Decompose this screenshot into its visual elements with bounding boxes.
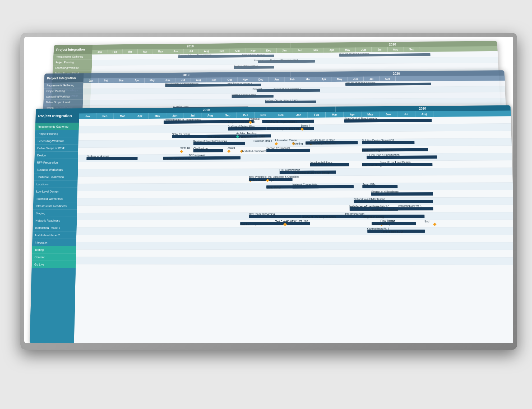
mf-nov: Nov	[254, 112, 272, 118]
mf-mar: Mar	[114, 113, 131, 119]
sf-sw: Scheduling/Workflow	[35, 137, 78, 144]
lbl-raci: Review of Project Plan & RACI	[266, 128, 302, 131]
sf-con: Content	[32, 253, 76, 261]
lbl-int-cfg: Integration Config	[363, 215, 384, 218]
m-apr: Apr	[129, 78, 144, 83]
m-jul: Jul	[175, 78, 191, 83]
lbl-tick: Ticketing	[292, 142, 303, 145]
fr-row-ip2: Content from BU 1 Content from BU 2	[76, 227, 513, 235]
lbl-con-bu2: Content from BU 2	[380, 230, 403, 233]
b1-lbl1: Documentation of Requirements	[165, 82, 198, 85]
si-sw-1: Scheduling/Workflow	[43, 94, 83, 100]
month-jun: Jun	[168, 49, 183, 54]
lbl-write-rfp: Write RFP	[180, 146, 192, 149]
month-jun2: Jun	[355, 47, 372, 52]
si-ds-1: Define Scope of Work	[43, 99, 83, 105]
m-dec: Dec	[253, 77, 269, 82]
sidebar-header-back1: Project Integration	[44, 73, 84, 83]
si-pp-1: Project Planning	[44, 88, 83, 94]
sf-gl: Go-Live	[31, 261, 76, 268]
mf-jun: Jun	[166, 113, 184, 119]
month-mar2: Mar	[308, 48, 324, 53]
lbl-end: End	[424, 220, 429, 223]
month-jul2: Jul	[372, 47, 388, 52]
sidebar-title-front: Project Integration	[38, 113, 72, 118]
sf-int: Integration	[32, 239, 76, 246]
mf-sep: Sep	[219, 112, 237, 118]
lbl-int-build: Integration Build	[345, 213, 364, 216]
lbl-final-plan: 1. Final Plan & Specification	[366, 154, 399, 156]
lbl-flq: Final Locations & Quantities	[266, 175, 299, 178]
sf-ip2: Installation Phase 2	[32, 231, 76, 239]
month-may2: May	[340, 47, 356, 52]
bar-hwb	[398, 207, 433, 210]
sf-ds: Define Scope of Work	[35, 144, 78, 152]
month-mar: Mar	[122, 49, 138, 54]
m-aug2: Aug	[380, 76, 396, 81]
month-aug: Aug	[199, 49, 214, 54]
gantt-card-front: Project Integration Requirements Gatheri…	[30, 105, 513, 343]
mf-jan2: Jan	[290, 112, 308, 118]
mf-jul: Jul	[184, 113, 201, 118]
label-review2: Review of Requirements II	[270, 59, 298, 62]
label-doc-req: Documentation of Requirements	[178, 54, 211, 57]
mf-may2: May	[361, 111, 379, 117]
m-may2: May	[332, 77, 348, 82]
lbl-award: Award	[228, 146, 235, 149]
lbl-sot: Sign-Off of Test Plan	[284, 219, 308, 222]
fr-row-ir: Network availability testing	[77, 197, 513, 206]
bar-tes	[249, 222, 279, 225]
sf-st: Staging	[33, 209, 77, 217]
m-sep: Sep	[206, 77, 222, 82]
sidebar-header-front: Project Integration	[35, 108, 79, 123]
month-jan: Jan	[92, 50, 107, 55]
mf-may: May	[149, 113, 166, 119]
sidebar-front: Project Integration Requirements Gatheri…	[30, 108, 79, 343]
lbl-lld-signoff: Sign-off Low Level Design	[380, 161, 410, 164]
sf-loc: Locations	[34, 180, 77, 188]
label-signoff: Sign-Off of all Requirements	[339, 53, 369, 55]
mf-feb: Feb	[96, 113, 114, 119]
lbl-loc-def: Location definitions	[310, 161, 332, 164]
lbl-demo2: Demo II	[301, 124, 310, 127]
sidebar-item-pp: Project Planning	[53, 59, 92, 65]
month-sep2: Sep	[404, 47, 420, 52]
milestone-award	[227, 150, 230, 153]
gantt-body-front: Documentation of Requirements Requiremen…	[74, 116, 513, 343]
sf-ir: Infrastructure Readiness	[33, 202, 77, 210]
m-nov: Nov	[237, 77, 253, 82]
lbl-hwb: Installation of HW B	[398, 204, 421, 207]
label-req-rev: Requirements Review I	[242, 53, 266, 56]
month-dec: Dec	[261, 48, 276, 53]
m-apr2: Apr	[316, 77, 332, 82]
milestone-end	[433, 223, 436, 226]
mf-aug: Aug	[201, 113, 219, 118]
m-jul2: Jul	[363, 76, 380, 81]
lbl-stg-hw: Staging of all hardware	[371, 190, 398, 193]
fr-row-ip1: BBM Flow Testing Solution Testing Test C…	[76, 220, 513, 227]
device-frame: Project Integration Requirements Gatheri…	[20, 33, 517, 350]
lbl-strat-ws: Strategy workshops	[86, 155, 109, 158]
fr-row-test	[76, 242, 513, 250]
lbl-team: Team Setup	[206, 135, 220, 138]
month-nov: Nov	[245, 48, 261, 53]
lbl-sec12: Section 12 Proposal	[266, 147, 290, 150]
label-proposal: Proposal	[254, 59, 263, 62]
month-sep: Sep	[214, 49, 230, 54]
sf-bw: Business Workshops	[34, 166, 78, 173]
mf-jul2: Jul	[397, 111, 415, 117]
fr-row-tw: Staging of all hardware	[77, 190, 513, 198]
month-apr2: Apr	[324, 48, 340, 53]
mf-feb2: Feb	[308, 112, 326, 118]
fr-row-con	[76, 250, 513, 258]
m-jan: Jan	[83, 78, 99, 83]
m-feb: Feb	[99, 78, 114, 83]
si-rg-1: Requirements Gathering	[44, 82, 83, 88]
lbl-rps: Review of Potential Solutions	[193, 140, 227, 143]
sf-pp: Project Planning	[35, 130, 78, 137]
b1-lbl3: Sign-Off of all Requirements	[345, 81, 376, 84]
lbl-draft-pp: Drafting of Project Plan	[228, 125, 254, 128]
m-jun: Jun	[160, 78, 175, 83]
lbl-cloud: Cloud Setup	[266, 186, 281, 189]
m-aug: Aug	[191, 78, 206, 83]
